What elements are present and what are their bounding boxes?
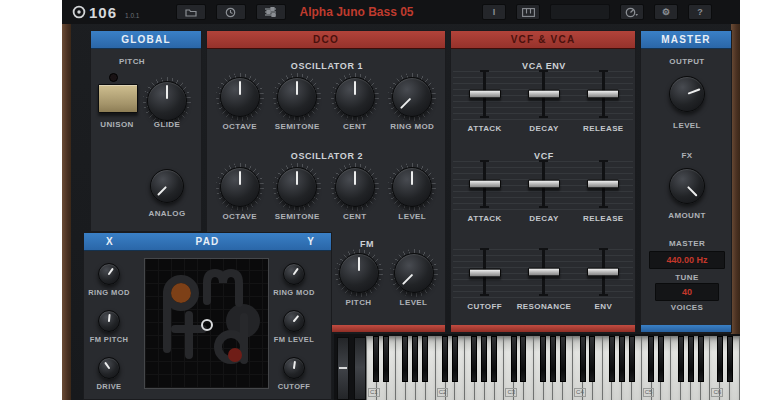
- voices-value-display[interactable]: 40: [655, 283, 719, 301]
- attack-label: ATTACK: [468, 214, 502, 223]
- vcf-env-sliders: ATTACKDECAYRELEASE: [455, 161, 633, 223]
- black-key[interactable]: [452, 336, 458, 382]
- black-key[interactable]: [442, 336, 448, 382]
- ring-mod-knob[interactable]: [98, 263, 120, 285]
- pad-left-knobs: RING MODFM PITCHDRIVE: [84, 263, 134, 400]
- attack-label: ATTACK: [468, 124, 502, 133]
- wood-side-left: [62, 22, 71, 400]
- black-key[interactable]: [698, 336, 704, 382]
- octave-label: C5: [643, 388, 655, 397]
- attack-slider[interactable]: [467, 71, 503, 117]
- semitone-label: SEMITONE: [275, 122, 320, 131]
- preset-browser-button[interactable]: [176, 4, 206, 20]
- release-slider[interactable]: [585, 71, 621, 117]
- release-slider[interactable]: [585, 161, 621, 207]
- cutoff-slider[interactable]: [467, 249, 503, 295]
- fm-level-label: FM LEVEL: [274, 335, 314, 344]
- settings-gear-button[interactable]: ⚙: [654, 4, 678, 20]
- pitch-knob[interactable]: [339, 253, 379, 293]
- info-button[interactable]: I: [482, 4, 506, 20]
- black-key[interactable]: [550, 336, 556, 382]
- black-key[interactable]: [422, 336, 428, 382]
- octave-label: C4: [574, 388, 586, 397]
- pad-right-knobs: RING MODFM LEVELCUTOFF: [269, 263, 319, 400]
- ring-mod-knob[interactable]: [283, 263, 305, 285]
- black-key[interactable]: [383, 336, 389, 382]
- level-knob[interactable]: [392, 167, 432, 207]
- help-button[interactable]: ?: [688, 4, 712, 20]
- fm-pitch-knob[interactable]: [98, 310, 120, 332]
- black-key[interactable]: [412, 336, 418, 382]
- octave-knob[interactable]: [220, 77, 260, 117]
- octave-knob[interactable]: [220, 167, 260, 207]
- dco-header: DCO: [207, 31, 445, 49]
- cutoff-label: CUTOFF: [278, 382, 311, 391]
- black-key[interactable]: [511, 336, 517, 382]
- cutoff-label: CUTOFF: [467, 302, 502, 311]
- cent-knob[interactable]: [335, 167, 375, 207]
- decay-slider[interactable]: [526, 71, 562, 117]
- tune-value-display[interactable]: 440.00 Hz: [649, 251, 725, 269]
- black-key[interactable]: [560, 336, 566, 382]
- unison-label: UNISON: [100, 120, 134, 129]
- xy-pad[interactable]: [144, 258, 269, 389]
- fm-level-knob[interactable]: [283, 310, 305, 332]
- pad-section: X PAD Y RING MODFM PITCHDRIVE R: [83, 232, 332, 400]
- black-key[interactable]: [688, 336, 694, 382]
- analog-knob[interactable]: [150, 169, 184, 203]
- history-button[interactable]: [216, 4, 246, 20]
- cent-label: CENT: [343, 212, 366, 221]
- black-key[interactable]: [373, 336, 379, 382]
- black-key[interactable]: [520, 336, 526, 382]
- attack-slider[interactable]: [467, 161, 503, 207]
- ring-mod-knob[interactable]: [392, 77, 432, 117]
- vca-env-sliders: ATTACKDECAYRELEASE: [455, 71, 633, 133]
- knob-mode-button[interactable]: [620, 4, 644, 20]
- env-label: ENV: [594, 302, 612, 311]
- black-key[interactable]: [580, 336, 586, 382]
- output-label: OUTPUT: [669, 57, 704, 66]
- fx-label: FX: [681, 151, 692, 160]
- pitch-label: PITCH: [119, 57, 145, 66]
- drive-knob[interactable]: [98, 357, 120, 379]
- cutoff-knob[interactable]: [283, 357, 305, 379]
- black-key[interactable]: [609, 336, 615, 382]
- semitone-knob[interactable]: [277, 167, 317, 207]
- mod-wheel[interactable]: [354, 337, 366, 400]
- global-section: GLOBAL PITCH UNISON GLIDE ANALOG: [90, 30, 202, 232]
- black-key[interactable]: [491, 336, 497, 382]
- level-knob[interactable]: [394, 253, 434, 293]
- output-level-knob[interactable]: [669, 76, 705, 112]
- black-key[interactable]: [629, 336, 635, 382]
- octave-label: OCTAVE: [222, 122, 257, 131]
- black-key[interactable]: [481, 336, 487, 382]
- black-key[interactable]: [540, 336, 546, 382]
- preset-name[interactable]: Alpha Juno Bass 05: [300, 5, 414, 19]
- black-key[interactable]: [619, 336, 625, 382]
- semitone-knob[interactable]: [277, 77, 317, 117]
- resonance-slider[interactable]: [526, 249, 562, 295]
- xy-cursor[interactable]: [202, 320, 212, 330]
- glide-knob[interactable]: [147, 81, 187, 121]
- black-key[interactable]: [589, 336, 595, 382]
- black-key[interactable]: [727, 336, 733, 382]
- black-key[interactable]: [648, 336, 654, 382]
- semitone-label: SEMITONE: [275, 212, 320, 221]
- fx-amount-knob[interactable]: [669, 168, 705, 204]
- decay-slider[interactable]: [526, 161, 562, 207]
- black-key[interactable]: [717, 336, 723, 382]
- mixer-button[interactable]: [256, 4, 286, 20]
- cent-knob[interactable]: [335, 77, 375, 117]
- black-key[interactable]: [678, 336, 684, 382]
- black-key[interactable]: [471, 336, 477, 382]
- env-slider[interactable]: [585, 249, 621, 295]
- pitch-wheel[interactable]: [337, 337, 349, 400]
- midi-keyboard-button[interactable]: [516, 4, 540, 20]
- folder-icon: [185, 8, 197, 17]
- unison-led: [109, 73, 118, 82]
- black-key[interactable]: [402, 336, 408, 382]
- black-key[interactable]: [658, 336, 664, 382]
- unison-button[interactable]: [98, 84, 138, 113]
- knob-icon: [625, 7, 639, 18]
- master-footer-stripe: [641, 325, 731, 332]
